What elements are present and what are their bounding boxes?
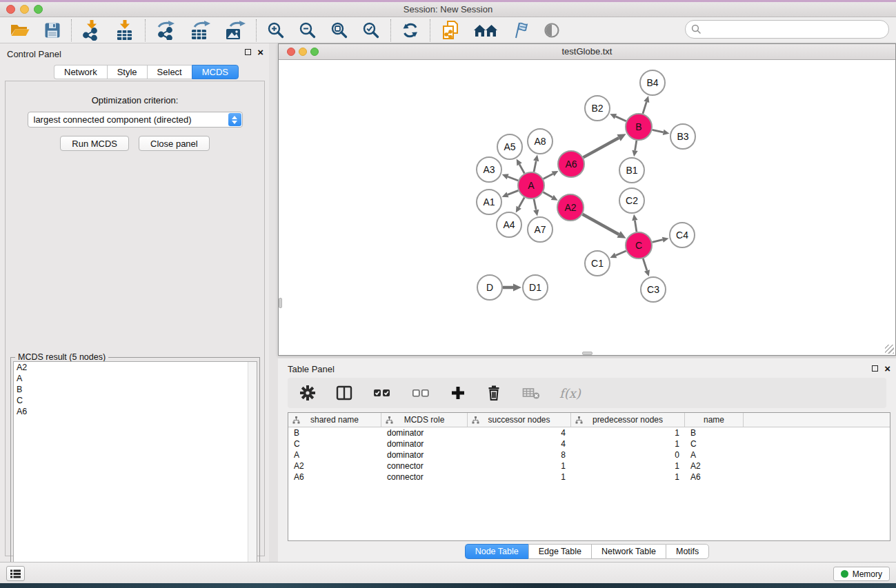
graph-node[interactable]: A1 (477, 190, 501, 214)
graph-node[interactable]: D (477, 275, 502, 300)
result-scrollbar[interactable] (248, 362, 257, 587)
column-view-button[interactable] (335, 382, 354, 404)
column-header-shared-name[interactable]: shared name (288, 413, 381, 427)
tab-mcds[interactable]: MCDS (192, 65, 239, 79)
result-item[interactable]: A6 (14, 406, 257, 417)
graph-node[interactable]: A6 (558, 151, 584, 177)
result-item[interactable]: A2 (14, 362, 257, 373)
graph-node[interactable]: A2 (557, 194, 584, 221)
table-settings-button[interactable] (299, 382, 317, 404)
graph-edge[interactable] (632, 141, 637, 156)
graph-edge[interactable] (643, 258, 650, 276)
close-table-panel-icon[interactable]: × (884, 365, 890, 372)
graph-node[interactable]: D1 (523, 275, 548, 300)
result-item[interactable]: C (14, 395, 257, 406)
zoom-selected-button[interactable] (361, 19, 381, 41)
tab-network-table[interactable]: Network Table (591, 544, 666, 559)
graph-edge[interactable] (517, 159, 525, 173)
zoom-fit-button[interactable] (329, 19, 350, 41)
graph-edge[interactable] (653, 130, 670, 135)
graph-edge[interactable] (652, 237, 668, 243)
export-network-button[interactable] (155, 19, 178, 41)
table-row[interactable]: A2connector11A2 (288, 460, 890, 472)
graph-node[interactable]: C2 (619, 188, 644, 213)
copy-network-button[interactable] (439, 19, 461, 41)
import-table-button[interactable] (114, 19, 136, 41)
tab-network[interactable]: Network (54, 65, 107, 79)
table-row[interactable]: Bdominator41B (288, 427, 890, 438)
tab-node-table[interactable]: Node Table (465, 544, 528, 559)
graph-node[interactable]: A3 (477, 157, 501, 182)
mcds-result-list[interactable]: A2ABCA6 (13, 361, 257, 587)
graph-edge[interactable] (533, 199, 539, 216)
function-builder-button[interactable]: f(x) (559, 386, 581, 401)
save-session-button[interactable] (43, 19, 62, 41)
delete-button[interactable] (485, 382, 503, 404)
open-session-button[interactable] (8, 19, 32, 41)
search-input[interactable] (701, 24, 874, 34)
graph-node[interactable]: C3 (641, 277, 666, 302)
criterion-dropdown[interactable]: largest connected component (directed) (28, 112, 243, 128)
table-row[interactable]: Cdominator41C (288, 438, 890, 449)
run-mcds-button[interactable]: Run MCDS (60, 136, 129, 151)
graph-edge[interactable] (610, 114, 626, 121)
tab-motifs[interactable]: Motifs (666, 544, 709, 559)
graph-edge[interactable] (582, 214, 626, 239)
home-button[interactable] (472, 19, 499, 41)
resize-grip[interactable] (885, 345, 894, 354)
graph-node[interactable]: A5 (497, 134, 522, 159)
close-window-button[interactable] (6, 5, 15, 14)
select-all-button[interactable] (372, 382, 392, 404)
graph-edge[interactable] (632, 214, 637, 232)
zoom-out-button[interactable] (297, 19, 318, 41)
graph-edge[interactable] (643, 96, 649, 114)
tab-select[interactable]: Select (147, 65, 192, 79)
maximize-window-button[interactable] (34, 5, 43, 14)
graph-edge[interactable] (502, 190, 519, 197)
column-header-name[interactable]: name (685, 413, 744, 427)
column-header-mcds-role[interactable]: MCDS role (381, 413, 468, 427)
graph-node[interactable]: B3 (670, 124, 695, 149)
deselect-all-button[interactable] (410, 382, 431, 404)
zoom-in-button[interactable] (266, 19, 286, 41)
graph-edge[interactable] (502, 174, 519, 181)
float-table-panel-icon[interactable] (872, 365, 878, 372)
network-maximize-button[interactable] (310, 48, 319, 56)
memory-button[interactable]: Memory (833, 567, 890, 581)
graph-node[interactable]: C (626, 232, 652, 258)
table-row[interactable]: A6connector11A6 (288, 472, 890, 483)
task-history-button[interactable] (6, 566, 25, 581)
minimize-window-button[interactable] (20, 5, 29, 14)
graph-edge[interactable] (533, 155, 539, 172)
network-close-button[interactable] (287, 48, 295, 56)
graph-node[interactable]: C1 (585, 251, 610, 276)
graph-node[interactable]: C4 (670, 223, 695, 247)
refresh-button[interactable] (400, 19, 421, 41)
delete-table-button[interactable] (521, 382, 541, 404)
column-header-successor-nodes[interactable]: successor nodes (468, 413, 571, 427)
graph-node[interactable]: B1 (619, 158, 644, 183)
horizontal-scroll-thumb[interactable] (582, 352, 593, 355)
close-panel-button[interactable]: Close panel (139, 136, 210, 151)
network-minimize-button[interactable] (299, 48, 307, 56)
graph-edge[interactable] (610, 251, 626, 258)
graph-edge[interactable] (544, 171, 559, 179)
search-box[interactable] (685, 20, 889, 39)
annotation-button[interactable] (510, 19, 530, 41)
export-image-button[interactable] (223, 19, 247, 41)
network-graph[interactable]: B4B2BB3B1A5A8A6A3AC2A1A2A4A7C4CC1DD1C3 (279, 60, 895, 355)
export-table-button[interactable] (189, 19, 212, 41)
network-window-titlebar[interactable]: testGlobe.txt (279, 44, 895, 60)
result-item[interactable]: B (14, 384, 257, 395)
close-panel-icon[interactable]: × (257, 48, 263, 56)
import-network-button[interactable] (81, 19, 103, 41)
float-panel-icon[interactable] (245, 49, 251, 55)
graph-node[interactable]: A (518, 172, 544, 199)
eye-button[interactable] (541, 19, 562, 41)
graph-node[interactable]: B4 (640, 70, 665, 95)
column-header-predecessor-nodes[interactable]: predecessor nodes (571, 413, 685, 427)
tab-edge-table[interactable]: Edge Table (528, 544, 591, 559)
graph-edge[interactable] (584, 134, 626, 157)
vertical-scroll-thumb[interactable] (279, 298, 282, 308)
graph-edge[interactable] (516, 197, 524, 212)
